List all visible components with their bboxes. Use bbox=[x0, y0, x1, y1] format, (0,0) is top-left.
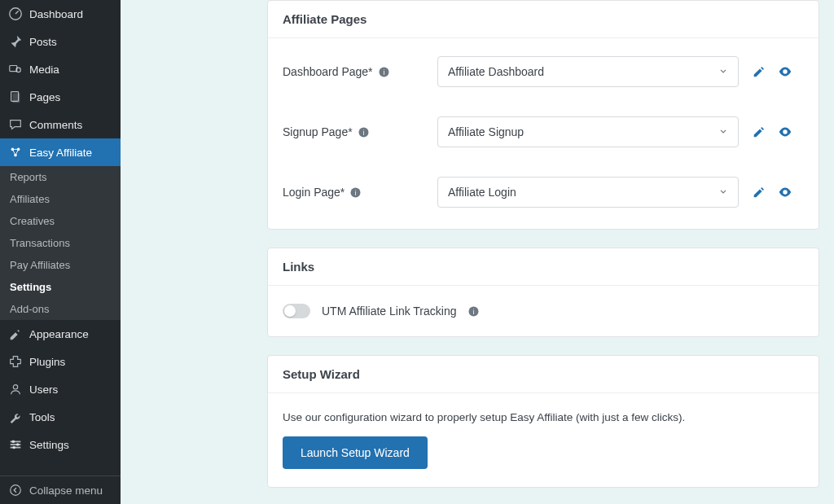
field-label: Dashboard Page* i bbox=[283, 65, 437, 78]
sidebar-sub-reports[interactable]: Reports bbox=[0, 166, 121, 188]
row-actions bbox=[752, 64, 792, 79]
sidebar-item-label: Posts bbox=[29, 36, 57, 48]
svg-point-14 bbox=[12, 446, 15, 449]
panel-affiliate-pages: Affiliate Pages Dashboard Page* i Affili… bbox=[267, 0, 819, 230]
row-actions bbox=[752, 125, 792, 139]
collapse-icon bbox=[8, 483, 23, 497]
sidebar-sub-creatives[interactable]: Creatives bbox=[0, 210, 121, 232]
sidebar-item-label: Easy Affiliate bbox=[29, 147, 92, 159]
chevron-down-icon bbox=[718, 186, 728, 199]
label-text: Login Page* bbox=[283, 186, 345, 199]
info-icon[interactable]: i bbox=[358, 126, 370, 138]
svg-point-8 bbox=[13, 385, 17, 389]
sidebar-item-label: Pages bbox=[29, 91, 60, 103]
dashboard-icon bbox=[8, 7, 23, 21]
info-icon[interactable]: i bbox=[467, 305, 480, 318]
field-label: Signup Page* i bbox=[283, 125, 437, 138]
select-login-page[interactable]: Affiliate Login bbox=[437, 177, 739, 208]
sidebar-submenu: Reports Affiliates Creatives Transaction… bbox=[0, 166, 121, 320]
sidebar-sub-pay-affiliates[interactable]: Pay Affiliates bbox=[0, 254, 121, 276]
sidebar-item-label: Comments bbox=[29, 119, 82, 131]
sidebar-sub-add-ons[interactable]: Add-ons bbox=[0, 298, 121, 320]
svg-text:i: i bbox=[383, 68, 384, 76]
row-signup-page: Signup Page* i Affiliate Signup bbox=[283, 116, 804, 147]
appearance-icon bbox=[8, 327, 23, 341]
select-signup-page[interactable]: Affiliate Signup bbox=[437, 116, 739, 147]
sidebar-sub-transactions[interactable]: Transactions bbox=[0, 232, 121, 254]
sidebar-item-label: Dashboard bbox=[29, 8, 83, 20]
sidebar-item-pages[interactable]: Pages bbox=[0, 83, 121, 111]
panel-setup-wizard: Setup Wizard Use our configuration wizar… bbox=[267, 355, 819, 488]
view-button[interactable] bbox=[778, 125, 792, 139]
users-icon bbox=[8, 382, 23, 397]
sidebar-item-media[interactable]: Media bbox=[0, 55, 121, 83]
sidebar-collapse[interactable]: Collapse menu bbox=[0, 476, 121, 504]
plugins-icon bbox=[8, 354, 23, 369]
sidebar-item-label: Settings bbox=[29, 439, 69, 451]
info-icon[interactable]: i bbox=[349, 186, 362, 199]
sidebar-item-appearance[interactable]: Appearance bbox=[0, 320, 121, 348]
svg-point-13 bbox=[16, 443, 20, 446]
svg-point-15 bbox=[11, 485, 21, 496]
info-icon[interactable]: i bbox=[378, 66, 390, 78]
tools-icon bbox=[8, 410, 23, 424]
panel-body: UTM Affiliate Link Tracking i bbox=[268, 286, 819, 336]
panel-title: Setup Wizard bbox=[268, 356, 819, 393]
row-dashboard-page: Dashboard Page* i Affiliate Dashboard bbox=[283, 56, 804, 87]
edit-button[interactable] bbox=[752, 125, 766, 139]
chevron-down-icon bbox=[718, 125, 728, 138]
toggle-label: UTM Affiliate Link Tracking bbox=[322, 305, 456, 318]
row-login-page: Login Page* i Affiliate Login bbox=[283, 177, 804, 208]
svg-text:i: i bbox=[362, 129, 364, 136]
label-text: Signup Page* bbox=[283, 125, 353, 138]
admin-sidebar: Dashboard Posts Media Pages Comments Eas… bbox=[0, 0, 121, 504]
wizard-description: Use our configuration wizard to properly… bbox=[283, 411, 804, 423]
sidebar-item-plugins[interactable]: Plugins bbox=[0, 348, 121, 375]
select-value: Affiliate Signup bbox=[448, 125, 524, 138]
row-utm-tracking: UTM Affiliate Link Tracking i bbox=[283, 304, 804, 318]
svg-text:i: i bbox=[355, 189, 357, 196]
toggle-utm-tracking[interactable] bbox=[283, 304, 310, 318]
settings-icon bbox=[8, 437, 23, 452]
sidebar-item-easy-affiliate[interactable]: Easy Affiliate bbox=[0, 138, 121, 166]
field-label: Login Page* i bbox=[283, 186, 437, 199]
pin-icon bbox=[8, 34, 23, 49]
row-actions bbox=[752, 185, 792, 199]
comment-icon bbox=[8, 117, 23, 132]
sidebar-item-posts[interactable]: Posts bbox=[0, 28, 121, 55]
sidebar-item-label: Users bbox=[29, 383, 58, 396]
sidebar-item-label: Media bbox=[29, 64, 59, 76]
panel-links: Links UTM Affiliate Link Tracking i bbox=[267, 248, 819, 337]
svg-rect-4 bbox=[12, 94, 20, 103]
sidebar-item-users[interactable]: Users bbox=[0, 375, 121, 403]
media-icon bbox=[8, 62, 23, 77]
panel-title: Affiliate Pages bbox=[268, 1, 819, 38]
select-value: Affiliate Dashboard bbox=[448, 65, 544, 78]
panel-title: Links bbox=[268, 248, 819, 286]
sidebar-item-label: Plugins bbox=[29, 356, 65, 368]
sidebar-sub-settings[interactable]: Settings bbox=[0, 276, 121, 298]
edit-button[interactable] bbox=[752, 64, 766, 79]
panel-body: Dashboard Page* i Affiliate Dashboard Si… bbox=[268, 38, 819, 229]
launch-wizard-button[interactable]: Launch Setup Wizard bbox=[283, 436, 428, 469]
sidebar-item-settings[interactable]: Settings bbox=[0, 431, 121, 458]
svg-text:i: i bbox=[473, 308, 475, 315]
view-button[interactable] bbox=[778, 64, 792, 79]
view-button[interactable] bbox=[778, 185, 792, 199]
label-text: Dashboard Page* bbox=[283, 65, 373, 78]
edit-button[interactable] bbox=[752, 185, 766, 199]
panel-body: Use our configuration wizard to properly… bbox=[268, 393, 819, 487]
affiliate-icon bbox=[8, 145, 23, 160]
sidebar-item-dashboard[interactable]: Dashboard bbox=[0, 0, 121, 28]
sidebar-item-tools[interactable]: Tools bbox=[0, 403, 121, 431]
sidebar-sub-affiliates[interactable]: Affiliates bbox=[0, 188, 121, 210]
sidebar-item-label: Tools bbox=[29, 411, 55, 423]
svg-point-12 bbox=[12, 440, 15, 444]
select-dashboard-page[interactable]: Affiliate Dashboard bbox=[437, 56, 739, 87]
chevron-down-icon bbox=[718, 65, 728, 78]
sidebar-item-comments[interactable]: Comments bbox=[0, 111, 121, 138]
sidebar-item-label: Appearance bbox=[29, 328, 89, 340]
select-value: Affiliate Login bbox=[448, 186, 516, 199]
pages-icon bbox=[8, 90, 23, 104]
sidebar-item-label: Collapse menu bbox=[29, 484, 103, 497]
